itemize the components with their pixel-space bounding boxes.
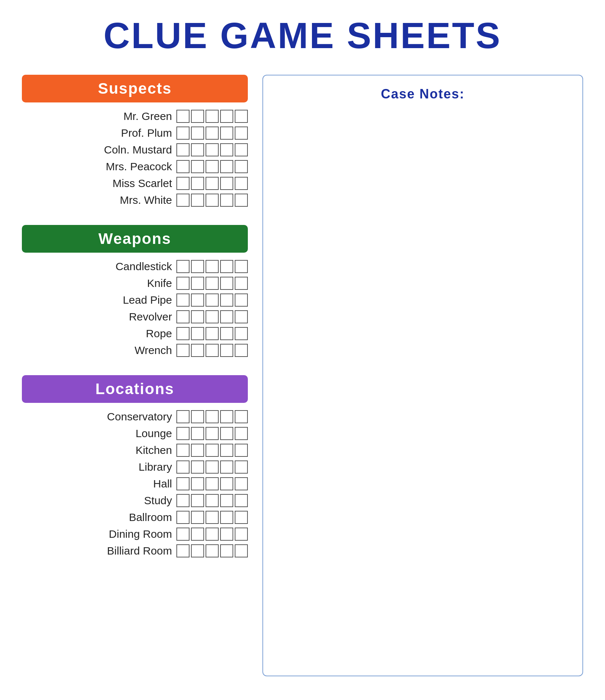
checkbox-cell[interactable] [176, 260, 190, 273]
checkbox-cell[interactable] [220, 110, 233, 123]
checkbox-cell[interactable] [220, 460, 233, 474]
checkbox-cell[interactable] [191, 427, 204, 440]
checkbox-cell[interactable] [220, 477, 233, 490]
checkbox-cell[interactable] [206, 511, 219, 524]
checkbox-cell[interactable] [191, 494, 204, 507]
checkbox-cell[interactable] [235, 460, 248, 474]
checkbox-cell[interactable] [206, 427, 219, 440]
checkbox-cell[interactable] [206, 444, 219, 457]
checkbox-cell[interactable] [220, 143, 233, 156]
checkbox-cell[interactable] [206, 177, 219, 190]
checkbox-cell[interactable] [176, 477, 190, 490]
checkbox-cell[interactable] [176, 544, 190, 557]
checkbox-cell[interactable] [191, 160, 204, 173]
checkbox-cell[interactable] [220, 327, 233, 340]
checkbox-cell[interactable] [176, 511, 190, 524]
checkbox-cell[interactable] [235, 277, 248, 290]
checkbox-cell[interactable] [191, 544, 204, 557]
checkbox-cell[interactable] [191, 444, 204, 457]
checkbox-cell[interactable] [235, 444, 248, 457]
checkbox-cell[interactable] [220, 277, 233, 290]
checkbox-cell[interactable] [191, 477, 204, 490]
checkbox-cell[interactable] [206, 494, 219, 507]
checkbox-cell[interactable] [235, 344, 248, 357]
checkbox-cell[interactable] [235, 260, 248, 273]
checkbox-cell[interactable] [176, 327, 190, 340]
checkbox-cell[interactable] [191, 293, 204, 307]
checkbox-cell[interactable] [176, 160, 190, 173]
checkbox-cell[interactable] [191, 344, 204, 357]
checkbox-cell[interactable] [191, 410, 204, 423]
checkbox-cell[interactable] [176, 444, 190, 457]
checkbox-cell[interactable] [220, 427, 233, 440]
checkbox-cell[interactable] [176, 110, 190, 123]
checkbox-cell[interactable] [176, 293, 190, 307]
checkbox-cell[interactable] [191, 277, 204, 290]
checkbox-cell[interactable] [220, 310, 233, 323]
checkbox-cell[interactable] [206, 110, 219, 123]
checkbox-cell[interactable] [206, 410, 219, 423]
checkbox-cell[interactable] [235, 511, 248, 524]
checkbox-cell[interactable] [191, 194, 204, 207]
checkbox-cell[interactable] [235, 427, 248, 440]
checkbox-cell[interactable] [206, 160, 219, 173]
checkbox-cell[interactable] [235, 494, 248, 507]
checkbox-cell[interactable] [191, 177, 204, 190]
checkbox-cell[interactable] [220, 160, 233, 173]
checkbox-cell[interactable] [235, 310, 248, 323]
checkbox-cell[interactable] [220, 544, 233, 557]
checkbox-cell[interactable] [176, 528, 190, 541]
checkbox-cell[interactable] [206, 544, 219, 557]
checkbox-cell[interactable] [206, 327, 219, 340]
checkbox-cell[interactable] [206, 344, 219, 357]
checkbox-cell[interactable] [191, 110, 204, 123]
checkbox-cell[interactable] [176, 427, 190, 440]
checkbox-cell[interactable] [206, 143, 219, 156]
checkbox-cell[interactable] [206, 277, 219, 290]
checkbox-cell[interactable] [206, 127, 219, 140]
checkbox-cell[interactable] [176, 277, 190, 290]
checkbox-cell[interactable] [206, 293, 219, 307]
checkbox-cell[interactable] [191, 127, 204, 140]
checkbox-cell[interactable] [235, 194, 248, 207]
checkbox-cell[interactable] [220, 177, 233, 190]
checkbox-cell[interactable] [191, 310, 204, 323]
checkbox-cell[interactable] [176, 494, 190, 507]
checkbox-cell[interactable] [235, 143, 248, 156]
checkbox-cell[interactable] [220, 444, 233, 457]
checkbox-cell[interactable] [176, 127, 190, 140]
checkbox-cell[interactable] [235, 544, 248, 557]
checkbox-cell[interactable] [235, 177, 248, 190]
checkbox-cell[interactable] [191, 327, 204, 340]
checkbox-cell[interactable] [176, 177, 190, 190]
checkbox-cell[interactable] [220, 511, 233, 524]
checkbox-cell[interactable] [235, 528, 248, 541]
checkbox-cell[interactable] [235, 160, 248, 173]
checkbox-cell[interactable] [191, 460, 204, 474]
checkbox-cell[interactable] [220, 344, 233, 357]
checkbox-cell[interactable] [206, 194, 219, 207]
checkbox-cell[interactable] [206, 528, 219, 541]
checkbox-cell[interactable] [206, 460, 219, 474]
checkbox-cell[interactable] [191, 528, 204, 541]
checkbox-cell[interactable] [220, 260, 233, 273]
checkbox-cell[interactable] [206, 477, 219, 490]
checkbox-cell[interactable] [206, 260, 219, 273]
checkbox-cell[interactable] [220, 127, 233, 140]
checkbox-cell[interactable] [235, 410, 248, 423]
checkbox-cell[interactable] [235, 293, 248, 307]
checkbox-cell[interactable] [176, 410, 190, 423]
checkbox-cell[interactable] [176, 460, 190, 474]
checkbox-cell[interactable] [176, 194, 190, 207]
checkbox-cell[interactable] [191, 260, 204, 273]
checkbox-cell[interactable] [220, 194, 233, 207]
checkbox-cell[interactable] [206, 310, 219, 323]
checkbox-cell[interactable] [191, 511, 204, 524]
checkbox-cell[interactable] [220, 494, 233, 507]
checkbox-cell[interactable] [235, 110, 248, 123]
checkbox-cell[interactable] [220, 293, 233, 307]
checkbox-cell[interactable] [235, 327, 248, 340]
checkbox-cell[interactable] [176, 344, 190, 357]
checkbox-cell[interactable] [235, 477, 248, 490]
checkbox-cell[interactable] [220, 528, 233, 541]
